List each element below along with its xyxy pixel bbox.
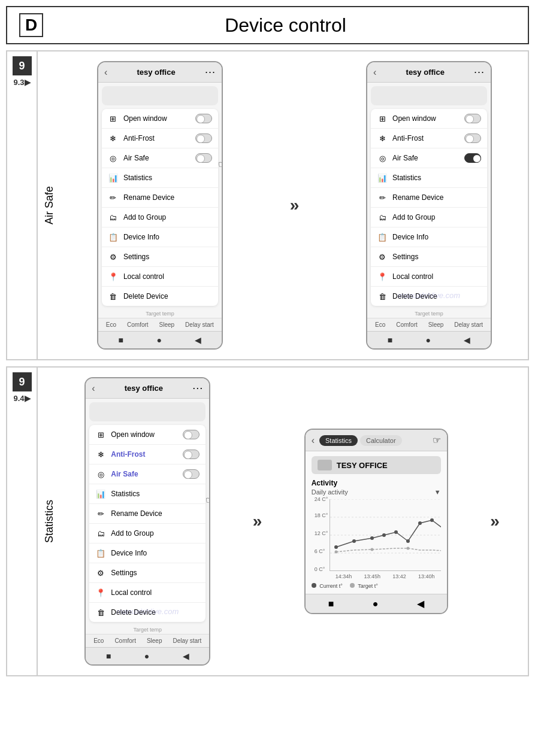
menu-group-after[interactable]: 🗂 Add to Group [371, 208, 487, 227]
mode-sleep-after[interactable]: Sleep [428, 321, 444, 328]
home-button-after[interactable]: ● [426, 335, 431, 345]
section-number-badge: 9 [13, 56, 32, 75]
stats-menu-settings[interactable]: ⚙ Settings [89, 563, 205, 583]
menu-device-info[interactable]: 📋 Device Info [102, 227, 218, 247]
stats-phone-modes: Eco Comfort Sleep Delay start [86, 634, 209, 647]
stats-stop-btn[interactable]: ■ [328, 599, 334, 609]
stats-mode-sleep[interactable]: Sleep [147, 637, 162, 644]
toggle-air-safe[interactable] [195, 153, 212, 163]
toggle-open-window[interactable] [195, 114, 212, 123]
stats-toggle-window[interactable] [183, 430, 200, 439]
legend-target: Target t° [350, 583, 378, 589]
x-label-3: 13:42 [392, 573, 406, 579]
stats-home-btn[interactable]: ● [144, 651, 149, 661]
menu-air-safe[interactable]: ◎ Air Safe ☞ [102, 148, 218, 168]
back-button-after[interactable]: ◀ [464, 335, 470, 345]
toggle-open-window-after[interactable] [464, 114, 481, 123]
stats-panel-header: ‹ Statistics Calculator ☞ [306, 430, 447, 451]
menu-delete-after[interactable]: 🗑 Delete Device [371, 287, 487, 306]
menu-statistics[interactable]: 📊 Statistics [102, 168, 218, 188]
phone-body: ⊞ Open window ❄ Anti-Frost ◎ Air Safe ☞ [98, 83, 222, 318]
toggle-air-safe-after[interactable] [464, 153, 481, 163]
svg-point-8 [394, 530, 398, 534]
back-icon-after[interactable]: ‹ [373, 67, 376, 78]
stats-mode-eco[interactable]: Eco [93, 637, 104, 644]
stats-more-icon[interactable]: ··· [192, 382, 203, 394]
stats-back-btn[interactable]: ◀ [183, 651, 189, 661]
menu-rename-after[interactable]: ✏ Rename Device [371, 188, 487, 208]
more-icon-after[interactable]: ··· [474, 66, 485, 78]
stats-menu-rename[interactable]: ✏ Rename Device [89, 504, 205, 524]
stop-button-after[interactable]: ■ [388, 335, 392, 345]
menu-add-to-group[interactable]: 🗂 Add to Group [102, 208, 218, 227]
stats-back-btn[interactable]: ◀ [417, 598, 424, 609]
menu-deviceinfo-after[interactable]: 📋 Device Info [371, 227, 487, 247]
stats-menu-air-safe[interactable]: ◎ Air Safe [89, 464, 205, 484]
stats-mode-comfort[interactable]: Comfort [114, 637, 136, 644]
cursor-hand: ☞ [218, 159, 222, 170]
stats-activity-sub: Daily activity ▼ [312, 488, 441, 496]
section-content: ‹ tesy office ··· ⊞ Open window ❄ Anti-F… [61, 51, 528, 359]
stats-toggle-frost[interactable] [183, 450, 200, 459]
phone-stats-header: ‹ tesy office ··· [86, 378, 209, 399]
section-sub-badge: 9.3▶ [13, 78, 30, 87]
menu-air-safe-after[interactable]: ◎ Air Safe [371, 148, 487, 168]
menu-open-window-after[interactable]: ⊞ Open window [371, 109, 487, 129]
toggle-anti-frost-after[interactable] [464, 133, 481, 143]
stop-button[interactable]: ■ [119, 335, 123, 345]
phone-header: ‹ tesy office ··· [98, 62, 222, 83]
stats-panel-back[interactable]: ‹ [312, 435, 315, 446]
mode-eco-after[interactable]: Eco [375, 321, 385, 328]
group-icon-after: 🗂 [377, 212, 388, 223]
back-button[interactable]: ◀ [195, 335, 201, 345]
stats-menu-open-window[interactable]: ⊞ Open window [89, 425, 205, 445]
stats-frost-icon: ❄ [95, 449, 106, 460]
stats-device-name: TESY OFFICE [312, 456, 441, 474]
stats-menu-group[interactable]: 🗂 Add to Group [89, 524, 205, 544]
info-icon-after: 📋 [377, 232, 388, 242]
section-9-4: 9 9.4▶ Statistics ‹ tesy office ··· ⊞ Op… [6, 366, 529, 676]
mode-comfort[interactable]: Comfort [127, 321, 149, 328]
mode-delay-after[interactable]: Delay start [454, 321, 483, 328]
phone-modes-after: Eco Comfort Sleep Delay start [367, 318, 491, 331]
mode-comfort-after[interactable]: Comfort [396, 321, 418, 328]
stats-menu-statistics[interactable]: 📊 Statistics ☞ [89, 484, 205, 504]
menu-delete-device[interactable]: 🗑 Delete Device [102, 287, 218, 306]
stats-mode-delay[interactable]: Delay start [173, 637, 201, 644]
menu-open-window[interactable]: ⊞ Open window [102, 109, 218, 129]
toggle-anti-frost[interactable] [195, 133, 212, 143]
stats-back-icon[interactable]: ‹ [92, 383, 95, 394]
chevron-down-icon[interactable]: ▼ [434, 488, 441, 496]
stats-home-btn[interactable]: ● [373, 599, 379, 609]
mode-eco[interactable]: Eco [106, 321, 116, 328]
menu-local-control[interactable]: 📍 Local control [102, 267, 218, 287]
home-button[interactable]: ● [156, 335, 161, 345]
menu-local-after[interactable]: 📍 Local control [371, 267, 487, 287]
menu-settings[interactable]: ⚙ Settings [102, 247, 218, 267]
tab-statistics[interactable]: Statistics [319, 435, 358, 446]
menu-anti-frost[interactable]: ❄ Anti-Frost [102, 129, 218, 148]
stats-menu-anti-frost[interactable]: ❄ Anti-Frost [89, 445, 205, 464]
menu-anti-frost-after[interactable]: ❄ Anti-Frost [371, 129, 487, 148]
airsafe-icon: ◎ [108, 153, 119, 163]
more-icon[interactable]: ··· [205, 66, 216, 78]
stats-airsafe-icon: ◎ [95, 469, 106, 479]
local-icon-after: 📍 [377, 271, 388, 282]
mode-sleep[interactable]: Sleep [159, 321, 175, 328]
back-icon[interactable]: ‹ [104, 67, 107, 78]
legend-dot-current [312, 583, 316, 588]
menu-rename-device[interactable]: ✏ Rename Device [102, 188, 218, 208]
menu-statistics-after[interactable]: 📊 Statistics [371, 168, 487, 188]
stats-panel-bottom: ■ ● ◀ [306, 594, 447, 613]
delete-icon-after: 🗑 [377, 291, 388, 302]
menu-settings-after[interactable]: ⚙ Settings [371, 247, 487, 267]
stats-menu-deviceinfo[interactable]: 📋 Device Info [89, 544, 205, 563]
stats-settings-icon: ⚙ [95, 567, 106, 578]
stats-menu-delete[interactable]: 🗑 Delete Device [89, 603, 205, 622]
tab-calculator[interactable]: Calculator [360, 435, 402, 446]
stats-menu-local[interactable]: 📍 Local control [89, 583, 205, 603]
stats-stop-btn[interactable]: ■ [106, 651, 111, 661]
mode-delay[interactable]: Delay start [185, 321, 214, 328]
svg-point-10 [418, 521, 422, 525]
stats-toggle-airsafe[interactable] [183, 469, 200, 479]
